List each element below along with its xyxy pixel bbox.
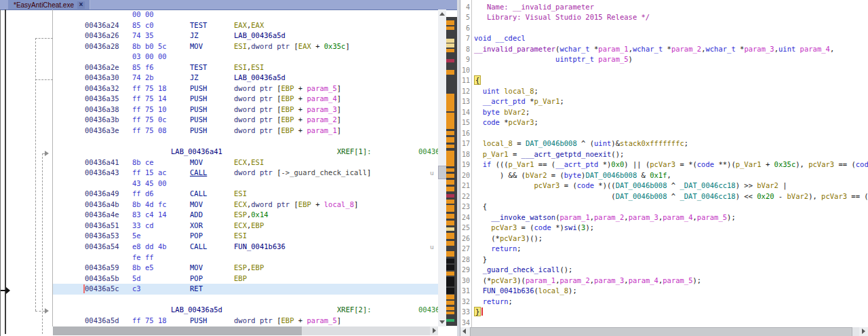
decompiler-line[interactable]: 28 }	[460, 255, 868, 265]
overview-marker[interactable]	[446, 241, 454, 246]
listing-row[interactable]: 00436a49ff d6CALLESI	[53, 189, 438, 200]
listing-vertical-scrollbar[interactable]	[438, 10, 446, 326]
scroll-right-button[interactable]	[430, 326, 438, 335]
listing-row[interactable]: 00436a3bff 75 0cPUSHdword ptr [EBP + par…	[53, 115, 438, 126]
listing-row[interactable]: 00436a5b5dPOPEBP	[53, 274, 438, 284]
overview-marker[interactable]	[446, 295, 454, 299]
decompiler-line[interactable]: 31 FUN_0041b636(local_8);	[460, 286, 868, 297]
listing-row[interactable]: 00436a2e85 f6TESTESI,ESI	[53, 62, 438, 73]
overview-marker[interactable]	[446, 39, 454, 43]
overview-marker[interactable]	[446, 288, 454, 294]
decompiler-line[interactable]: 5 Library: Visual Studio 2015 Release */	[460, 12, 868, 23]
decompiler-line[interactable]: 34	[460, 318, 868, 329]
decompiler-horizontal-scrollbar[interactable]	[460, 327, 868, 336]
decompiler-line[interactable]: 27 return;	[460, 244, 868, 255]
overview-marker[interactable]	[446, 307, 454, 310]
decompiler-line[interactable]: 23 {	[460, 202, 868, 212]
decompiler-line[interactable]: 24 __invoke_watson(param_1,param_2,param…	[460, 212, 868, 223]
overview-marker[interactable]	[446, 49, 454, 52]
listing-row[interactable]: 00436a2674 35JZLAB_00436a5d	[53, 31, 438, 41]
listing-row[interactable]: fe ff	[53, 253, 438, 263]
listing-row[interactable]: 00 00	[53, 10, 438, 20]
overview-marker[interactable]	[446, 227, 454, 231]
listing-row[interactable]: 00436a5133 cdXORECX,EBP	[53, 221, 438, 231]
listing-row[interactable]: 00436a5dff 75 18PUSHdword ptr [EBP + par…	[53, 316, 438, 326]
listing-row[interactable]: 03 00 00	[53, 52, 438, 62]
listing-row[interactable]: 00436a38ff 75 10PUSHdword ptr [EBP + par…	[53, 105, 438, 115]
overview-marker[interactable]	[446, 187, 454, 191]
listing-horizontal-scrollbar[interactable]	[53, 326, 438, 335]
overview-marker-strip[interactable]	[446, 17, 457, 326]
overview-marker[interactable]	[446, 26, 454, 30]
overview-marker[interactable]	[446, 200, 454, 204]
overview-marker[interactable]	[446, 168, 454, 172]
decompiler-line[interactable]: 6	[460, 23, 868, 34]
overview-marker[interactable]	[446, 205, 454, 212]
listing-row[interactable]: 00436a35ff 75 14PUSHdword ptr [EBP + par…	[53, 94, 438, 105]
decompiler-line[interactable]: 29 _guard_check_icall();	[460, 265, 868, 276]
decompiler-line[interactable]: 16	[460, 128, 868, 139]
listing-row[interactable]: 00436a2485 c0TESTEAX,EAX	[53, 20, 438, 31]
decompiler-line[interactable]: 4 Name: __invalid_parameter	[460, 2, 868, 13]
scroll-right-button[interactable]	[859, 327, 868, 336]
overview-marker[interactable]	[446, 20, 454, 25]
disassembly-listing[interactable]: 00 0000436a2485 c0TESTEAX,EAX00436a2674 …	[53, 10, 438, 326]
listing-label-row[interactable]: LAB_00436a41XREF[1]:00436	[53, 147, 438, 157]
overview-marker[interactable]	[446, 277, 454, 286]
overview-marker[interactable]	[446, 113, 454, 129]
listing-row[interactable]: 00436a54e8 dd 4bCALLFUN_0041b636u	[53, 242, 438, 253]
listing-row[interactable]: 00436a43ff 15 acCALLdword ptr [->_guard_…	[53, 168, 438, 179]
overview-marker[interactable]	[446, 272, 454, 276]
listing-row[interactable]: 00436a32ff 75 18PUSHdword ptr [EBP + par…	[53, 83, 438, 94]
scrollbar-thumb[interactable]	[470, 327, 852, 336]
decompiler-line[interactable]: 30 (*pcVar3)(param_1,param_2,param_3,par…	[460, 276, 868, 286]
overview-marker[interactable]	[446, 312, 454, 314]
decompiler-line[interactable]: 12 uint local_8;	[460, 86, 868, 97]
overview-marker[interactable]	[446, 174, 454, 178]
overview-marker[interactable]	[446, 131, 454, 135]
decompiler-line[interactable]: 22 (DAT_0046b008 ^ _DAT_0046cc18) << 0x2…	[460, 191, 868, 202]
overview-marker[interactable]	[446, 233, 454, 239]
decompiler-line[interactable]: 20 ) && (bVar2 = (byte)DAT_0046b008 & 0x…	[460, 170, 868, 181]
decompiler-line[interactable]: 15 code *pcVar3;	[460, 117, 868, 128]
listing-row[interactable]	[53, 136, 438, 147]
overview-marker[interactable]	[446, 259, 454, 263]
decompiler-code[interactable]: 4 Name: __invalid_parameter5 Library: Vi…	[460, 0, 868, 329]
listing-row[interactable]: 00436a4e83 c4 14ADDESP,0x14	[53, 210, 438, 221]
overview-marker[interactable]	[446, 194, 454, 198]
listing-row[interactable]: 00436a288b b0 5cMOVESI,dword ptr [EAX + …	[53, 41, 438, 52]
decompiler-line[interactable]: 19 if (((p_Var1 == (__acrt_ptd *)0x0) ||…	[460, 160, 868, 170]
overview-marker[interactable]	[446, 59, 454, 62]
scroll-up-button[interactable]	[438, 10, 446, 18]
decompiler-line[interactable]: 13 __acrt_ptd *p_Var1;	[460, 96, 868, 107]
decompiler-line[interactable]: 25 pcVar3 = (code *)swi(3);	[460, 223, 868, 234]
listing-row[interactable]: 00436a4b8b 4d fcMOVECX,dword ptr [EBP + …	[53, 200, 438, 210]
decompiler-line[interactable]: 33}	[460, 307, 868, 318]
overview-marker[interactable]	[446, 265, 454, 270]
decompiler-line[interactable]: 21 pcVar3 = (code *)((DAT_0046b008 ^ _DA…	[460, 181, 868, 191]
overview-marker[interactable]	[446, 319, 454, 322]
decompiler-line[interactable]: 10	[460, 65, 868, 76]
close-icon[interactable]: ×	[77, 1, 85, 9]
overview-marker[interactable]	[446, 301, 454, 305]
decompiler-line[interactable]: 17 local_8 = DAT_0046b008 ^ (uint)&stack…	[460, 138, 868, 149]
listing-row[interactable]: 00436a3eff 75 08PUSHdword ptr [EBP + par…	[53, 126, 438, 136]
overview-marker[interactable]	[446, 221, 454, 225]
decompiler-line[interactable]: 11{	[460, 75, 868, 86]
listing-row[interactable]: 00436a418b ceMOVECX,ESI	[53, 157, 438, 168]
listing-row[interactable]	[53, 295, 438, 305]
overview-marker[interactable]	[446, 151, 454, 166]
decompiler-line[interactable]: 18 p_Var1 = ___acrt_getptd_noexit();	[460, 149, 868, 160]
decompiler-line[interactable]: 7void __cdecl	[460, 33, 868, 44]
overview-marker[interactable]	[446, 180, 454, 185]
listing-row[interactable]: 43 45 00	[53, 179, 438, 189]
overview-marker[interactable]	[446, 137, 454, 143]
scrollbar-thumb[interactable]	[53, 326, 302, 335]
listing-row[interactable]: 00436a535ePOPESI	[53, 231, 438, 242]
decompiler-line[interactable]: 8__invalid_parameter(wchar_t *param_1,wc…	[460, 44, 868, 55]
decompiler-line[interactable]: 32 return;	[460, 297, 868, 307]
listing-row[interactable]: 00436a3074 2bJZLAB_00436a5d	[53, 73, 438, 83]
tab-easyanticheat[interactable]: *EasyAntiCheat.exe ×	[8, 0, 90, 10]
decompiler-line[interactable]: 9 uintptr_t param_5)	[460, 54, 868, 65]
listing-label-row[interactable]: LAB_00436a5dXREF[2]:00436	[53, 305, 438, 316]
